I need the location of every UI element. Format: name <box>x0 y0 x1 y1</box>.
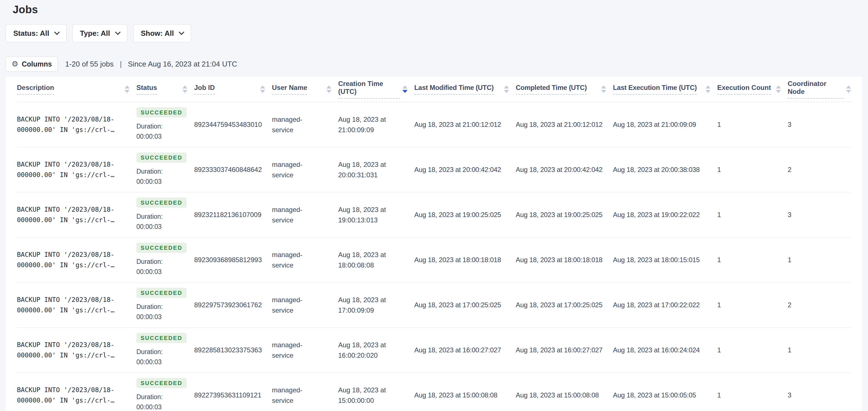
jobs-table-card: Description Status Job ID User Name Crea… <box>6 77 862 411</box>
execution-count-cell: 1 <box>717 166 788 174</box>
execution-count-cell: 1 <box>717 256 788 264</box>
sort-icon[interactable] <box>504 85 509 93</box>
duration-label: Duration: <box>136 302 187 312</box>
column-header-status[interactable]: Status <box>136 84 194 95</box>
description-cell: BACKUP INTO '/2023/08/18-000000.00' IN '… <box>17 385 136 406</box>
gear-icon: ⚙ <box>11 59 18 68</box>
column-header-creation-time[interactable]: Creation Time (UTC) <box>338 80 414 99</box>
user-name: managed-service <box>272 385 317 406</box>
duration-value: 00:00:03 <box>136 402 187 411</box>
show-filter-dropdown[interactable]: Show: All <box>133 24 191 42</box>
creation-time-cell: Aug 18, 2023 at 20:00:31:031 <box>338 159 414 180</box>
sort-icon[interactable] <box>705 85 710 93</box>
job-description-link[interactable]: BACKUP INTO '/2023/08/18-000000.00' IN '… <box>17 386 115 404</box>
job-id-cell: 892344759453483010 <box>194 121 272 128</box>
divider: | <box>120 60 122 68</box>
status-badge: SUCCEEDED <box>136 288 187 298</box>
last-modified-time-cell: Aug 18, 2023 at 19:00:25:025 <box>414 211 516 219</box>
sort-icon[interactable] <box>776 85 781 93</box>
duration-value: 00:00:03 <box>136 312 187 322</box>
sort-icon[interactable] <box>182 85 187 93</box>
user-name-cell: managed-service <box>272 340 338 360</box>
status-cell: SUCCEEDED Duration: 00:00:03 <box>136 333 194 367</box>
job-description-link[interactable]: BACKUP INTO '/2023/08/18-000000.00' IN '… <box>17 341 115 359</box>
chevron-down-icon <box>179 29 184 35</box>
columns-button-label: Columns <box>22 60 52 68</box>
user-name: managed-service <box>272 295 317 316</box>
columns-button[interactable]: ⚙ Columns <box>6 56 58 71</box>
duration-label: Duration: <box>136 392 187 402</box>
chevron-down-icon <box>54 29 60 35</box>
table-toolbar: ⚙ Columns 1-20 of 55 jobs | Since Aug 16… <box>6 56 868 71</box>
job-description-link[interactable]: BACKUP INTO '/2023/08/18-000000.00' IN '… <box>17 116 115 133</box>
duration-label: Duration: <box>136 121 187 131</box>
table-row: BACKUP INTO '/2023/08/18-000000.00' IN '… <box>17 373 851 411</box>
description-cell: BACKUP INTO '/2023/08/18-000000.00' IN '… <box>17 159 136 180</box>
column-header-last-execution-time[interactable]: Last Execution Time (UTC) <box>613 84 717 95</box>
job-description-link[interactable]: BACKUP INTO '/2023/08/18-000000.00' IN '… <box>17 161 115 178</box>
status-badge: SUCCEEDED <box>136 152 187 163</box>
status-filter-dropdown[interactable]: Status: All <box>6 24 66 42</box>
job-id-cell: 892297573923061762 <box>194 301 272 309</box>
creation-time-cell: Aug 18, 2023 at 21:00:09:09 <box>338 114 414 135</box>
status-cell: SUCCEEDED Duration: 00:00:03 <box>136 243 194 277</box>
user-name-cell: managed-service <box>272 159 338 180</box>
job-description-link[interactable]: BACKUP INTO '/2023/08/18-000000.00' IN '… <box>17 296 115 314</box>
completed-time-cell: Aug 18, 2023 at 19:00:25:025 <box>516 211 613 219</box>
sort-icon[interactable] <box>402 85 407 93</box>
column-header-completed-time[interactable]: Completed Time (UTC) <box>516 84 613 95</box>
creation-time-cell: Aug 18, 2023 at 17:00:09:09 <box>338 295 414 316</box>
user-name-cell: managed-service <box>272 204 338 225</box>
user-name: managed-service <box>272 114 317 135</box>
table-body: BACKUP INTO '/2023/08/18-000000.00' IN '… <box>17 102 851 411</box>
description-cell: BACKUP INTO '/2023/08/18-000000.00' IN '… <box>17 340 136 360</box>
last-execution-time-cell: Aug 18, 2023 at 17:00:22:022 <box>613 301 717 309</box>
description-cell: BACKUP INTO '/2023/08/18-000000.00' IN '… <box>17 249 136 270</box>
table-row: BACKUP INTO '/2023/08/18-000000.00' IN '… <box>17 283 851 328</box>
last-execution-time-cell: Aug 18, 2023 at 18:00:15:015 <box>613 256 717 264</box>
sort-icon[interactable] <box>601 85 606 93</box>
coordinator-node-cell: 3 <box>788 211 851 219</box>
column-header-user-name[interactable]: User Name <box>272 84 338 95</box>
type-filter-label: Type: All <box>80 29 110 38</box>
status-badge: SUCCEEDED <box>136 198 187 208</box>
last-modified-time-cell: Aug 18, 2023 at 16:00:27:027 <box>414 346 516 354</box>
sort-icon[interactable] <box>327 85 332 93</box>
description-cell: BACKUP INTO '/2023/08/18-000000.00' IN '… <box>17 295 136 316</box>
user-name-cell: managed-service <box>272 114 338 135</box>
table-row: BACKUP INTO '/2023/08/18-000000.00' IN '… <box>17 328 851 373</box>
table-header-row: Description Status Job ID User Name Crea… <box>17 77 851 102</box>
user-name: managed-service <box>272 340 317 360</box>
status-cell: SUCCEEDED Duration: 00:00:03 <box>136 152 194 186</box>
last-execution-time-cell: Aug 18, 2023 at 15:00:05:05 <box>613 391 717 399</box>
completed-time-cell: Aug 18, 2023 at 18:00:18:018 <box>516 256 613 264</box>
table-row: BACKUP INTO '/2023/08/18-000000.00' IN '… <box>17 147 851 192</box>
description-cell: BACKUP INTO '/2023/08/18-000000.00' IN '… <box>17 204 136 225</box>
coordinator-node-cell: 1 <box>788 256 851 264</box>
type-filter-dropdown[interactable]: Type: All <box>72 24 127 42</box>
show-filter-label: Show: All <box>141 29 174 38</box>
execution-count-cell: 1 <box>717 301 788 309</box>
column-header-coordinator-node[interactable]: Coordinator Node <box>788 80 851 99</box>
last-modified-time-cell: Aug 18, 2023 at 21:00:12:012 <box>414 121 516 128</box>
last-execution-time-cell: Aug 18, 2023 at 16:00:24:024 <box>613 346 717 354</box>
duration-value: 00:00:03 <box>136 357 187 367</box>
description-cell: BACKUP INTO '/2023/08/18-000000.00' IN '… <box>17 114 136 135</box>
column-header-description[interactable]: Description <box>17 84 136 95</box>
column-header-last-modified-time[interactable]: Last Modified Time (UTC) <box>414 84 516 95</box>
column-header-job-id[interactable]: Job ID <box>194 84 272 95</box>
job-description-link[interactable]: BACKUP INTO '/2023/08/18-000000.00' IN '… <box>17 251 115 269</box>
coordinator-node-cell: 2 <box>788 301 851 309</box>
duration-value: 00:00:03 <box>136 176 187 186</box>
sort-icon[interactable] <box>260 85 265 93</box>
sort-icon[interactable] <box>846 85 851 93</box>
jobs-count-text: 1-20 of 55 jobs <box>65 60 114 68</box>
duration-value: 00:00:03 <box>136 222 187 232</box>
job-description-link[interactable]: BACKUP INTO '/2023/08/18-000000.00' IN '… <box>17 206 115 224</box>
chevron-down-icon <box>115 29 121 35</box>
status-cell: SUCCEEDED Duration: 00:00:03 <box>136 288 194 322</box>
sort-icon[interactable] <box>125 85 130 93</box>
coordinator-node-cell: 1 <box>788 346 851 354</box>
duration-label: Duration: <box>136 166 187 176</box>
column-header-execution-count[interactable]: Execution Count <box>717 84 788 95</box>
